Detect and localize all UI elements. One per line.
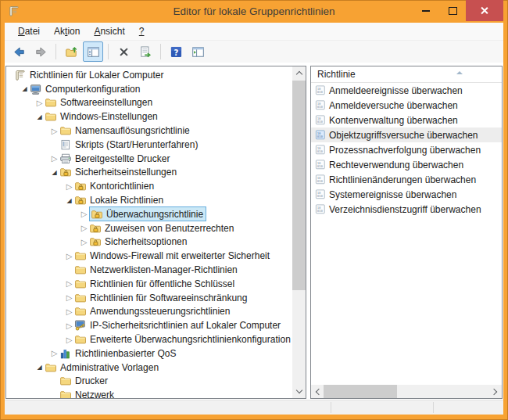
toolbar-help-button[interactable]: ? [166,41,186,62]
menu-item-aktion[interactable]: Aktion [47,23,87,40]
ipsec-icon [74,319,87,332]
back-arrow-icon [13,45,26,59]
tree-item-label: Richtlinien für öffentliche Schlüssel [87,278,234,289]
tree-item-label: Netzwerklisten-Manager-Richtlinien [87,264,238,275]
expander-icon[interactable]: ▷ [79,238,89,246]
folder-icon [59,375,72,387]
list-item[interactable]: 10010Objektzugriffsversuche überwachen [311,127,502,142]
tree-item-label: Kontorichtlinien [87,181,154,192]
audit-policy-icon: 10010 [315,84,326,96]
expander-icon[interactable]: ◢ [34,364,45,371]
expander-icon[interactable]: ▷ [79,224,89,232]
action-pane-icon [191,45,205,59]
scroll-up-button[interactable] [292,66,306,80]
tree-item[interactable]: ▷Überwachungsrichtlinie [6,207,292,221]
list-item[interactable]: 10010Rechteverwendung überwachen [311,157,502,172]
list-item[interactable]: 10010Systemereignisse überwachen [311,187,502,202]
toolbar-forward-button[interactable] [30,41,51,62]
tree-item[interactable]: Skripts (Start/Herunterfahren) [6,138,292,152]
selected-tree-item-box[interactable]: Überwachungsrichtlinie [89,206,206,221]
expander-icon[interactable]: ▷ [79,210,89,218]
list-item[interactable]: 10010Verzeichnisdienstzugriff überwachen [311,202,502,217]
tree-item[interactable]: ▷IP-Sicherheitsrichtlinien auf Lokaler C… [6,318,292,332]
tree-item[interactable]: ▷Zuweisen von Benutzerrechten [6,221,292,235]
list-item[interactable]: 10010Anmeldeversuche überwachen [311,98,502,113]
list-item[interactable]: 10010Kontenverwaltung überwachen [311,113,502,127]
column-header-richtlinie[interactable]: Richtlinie [317,66,356,82]
expander-icon[interactable]: ◢ [34,113,45,120]
expander-icon[interactable]: ▷ [64,336,74,344]
tree-item[interactable]: ▷Richtlinienbasierter QoS [6,346,292,361]
tree-item-label: Computerkonfiguration [42,84,140,95]
tree-item-label: Sicherheitseinstellungen [72,167,177,178]
tree-item[interactable]: ▷Erweiterte Überwachungsrichtlinienkonfi… [6,332,292,346]
list-horizontal-scrollbar[interactable] [311,385,502,398]
expander-icon[interactable]: ◢ [49,169,59,176]
tree-item[interactable]: ◢Windows-Einstellungen [6,109,292,124]
tree-item[interactable]: ◢Administrative Vorlagen [6,361,292,375]
scroll-down-button[interactable] [292,385,306,398]
tree-item[interactable]: ◢Sicherheitseinstellungen [6,166,292,180]
toolbar-delete-button[interactable] [113,41,134,62]
scrollbar-thumb[interactable] [292,81,306,290]
menu-item-datei[interactable]: Datei [11,23,47,40]
toolbar-export-list-button[interactable] [135,41,156,62]
toolbar-show-console-tree-button[interactable] [83,41,103,62]
expander-icon[interactable]: ▷ [49,127,59,135]
menu-item-help[interactable]: ? [132,23,152,40]
close-button[interactable] [466,0,503,21]
svg-text:010: 010 [317,135,324,138]
tree-item[interactable]: ▷Namensauflösungsrichtlinie [6,124,292,138]
list-item[interactable]: 10010Prozessnachverfolgung überwachen [311,142,502,157]
scrollbar-thumb[interactable] [324,385,397,398]
expander-icon[interactable]: ◢ [20,85,30,92]
tree-item[interactable]: ◢Lokale Richtlinien [6,193,292,207]
tree-item[interactable]: ▷Anwendungssteuerungsrichtlinien [6,305,292,319]
expander-icon[interactable]: ▷ [49,349,59,357]
scroll-right-button[interactable] [488,385,502,398]
expander-icon[interactable]: ▷ [64,279,74,288]
maximize-icon [449,7,457,15]
tree-item[interactable]: Richtlinien für Lokaler Computer [6,68,292,82]
policy-list-pane: Richtlinie 10010Anmeldeereignisse überwa… [310,66,503,399]
tree-item[interactable]: ▷Richtlinien für Softwareeinschränkung [6,291,292,305]
tree-item[interactable]: Netzwerk [6,388,292,398]
tree-item[interactable]: ▷Sicherheitsoptionen [6,235,292,249]
list-column-header[interactable]: Richtlinie [311,66,502,83]
folder-lock-icon [89,222,102,235]
status-bar [5,400,503,415]
export-list-icon [139,45,152,59]
tree-item[interactable]: ◢Computerkonfiguration [6,82,292,96]
list-item[interactable]: 10010Anmeldeereignisse überwachen [311,83,502,98]
menu-item-ansicht[interactable]: Ansicht [87,23,131,40]
expander-icon[interactable]: ▷ [49,154,59,163]
folder-icon [59,389,72,398]
expander-icon[interactable]: ▷ [64,307,74,316]
toolbar-show-action-pane-button[interactable] [188,41,208,62]
scroll-left-button[interactable] [311,385,324,398]
folder-icon [74,249,87,262]
expander-icon[interactable]: ▷ [64,293,74,302]
tree-item[interactable]: Netzwerklisten-Manager-Richtlinien [6,263,292,277]
tree-item[interactable]: Drucker [6,375,292,389]
list-item[interactable]: 10010Richtlinienänderungen überwachen [311,172,502,187]
minimize-button[interactable] [413,0,439,21]
tree-item[interactable]: ▷Richtlinien für öffentliche Schlüssel [6,277,292,291]
expander-icon[interactable]: ▷ [34,99,45,107]
toolbar-separator [55,44,56,59]
tree-vertical-scrollbar[interactable] [292,66,306,398]
tree-item[interactable]: ▷Bereitgestellte Drucker [6,152,292,166]
tree-item-label: Sicherheitsoptionen [102,236,187,247]
expander-icon[interactable]: ▷ [64,321,74,330]
expander-icon[interactable]: ◢ [64,197,74,204]
toolbar-back-button[interactable] [9,41,29,62]
tree-item[interactable]: ▷Kontorichtlinien [6,179,292,193]
tree-item-label: Richtlinien für Softwareeinschränkung [87,293,247,303]
expander-icon[interactable]: ▷ [64,252,74,260]
toolbar-up-one-level-button[interactable] [61,41,81,62]
tree-item[interactable]: ▷Windows-Firewall mit erweiterter Sicher… [6,249,292,263]
maximize-button[interactable] [439,0,466,21]
tree-item[interactable]: ▷Softwareeinstellungen [6,96,292,110]
expander-icon[interactable]: ▷ [64,182,74,191]
help-icon: ? [170,45,183,59]
